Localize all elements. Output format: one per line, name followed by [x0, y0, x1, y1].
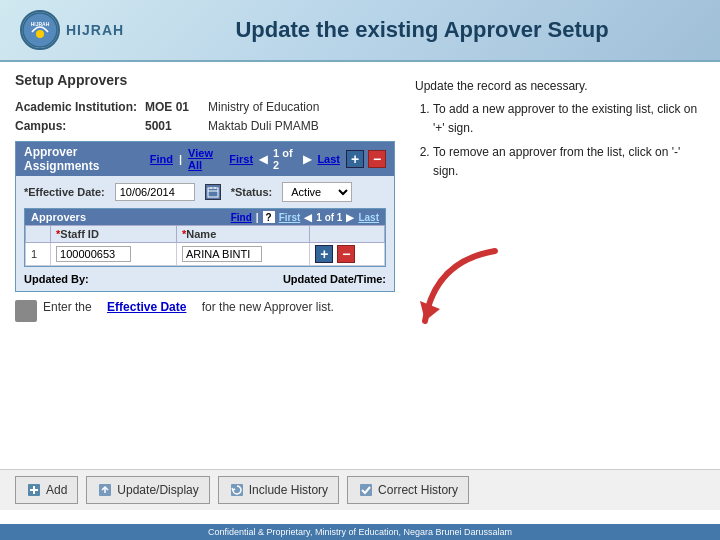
section-title: Setup Approvers — [15, 72, 395, 92]
correct-history-label: Correct History — [378, 483, 458, 497]
campus-desc: Maktab Duli PMAMB — [208, 119, 319, 133]
pagination-text: ◀ — [259, 153, 267, 166]
table-row: 1 + − — [26, 243, 385, 266]
svg-rect-14 — [360, 484, 372, 496]
view-all-link[interactable]: View All — [188, 147, 223, 171]
update-icon — [97, 482, 113, 498]
last-link[interactable]: Last — [317, 153, 340, 165]
top-action-btns: + − — [346, 150, 386, 168]
approvers-sub-title: Approvers — [31, 211, 86, 223]
top-add-btn[interactable]: + — [346, 150, 364, 168]
bottom-note-suffix: for the new Approver list. — [202, 300, 334, 314]
approvers-sub-header-right: Find | ? First ◀ 1 of 1 ▶ Last — [231, 211, 379, 223]
row-actions: + − — [310, 243, 385, 266]
approvers-prev: ◀ — [304, 212, 312, 223]
update-display-button[interactable]: Update/Display — [86, 476, 209, 504]
main-content: Setup Approvers Academic Institution: MO… — [0, 62, 720, 356]
status-select[interactable]: Active Inactive — [282, 182, 352, 202]
approvers-last[interactable]: Last — [358, 212, 379, 223]
row-remove-btn[interactable]: − — [337, 245, 355, 263]
assignments-inner: *Effective Date: *Status: Active Inactiv… — [16, 176, 394, 291]
find-link[interactable]: Find — [150, 153, 173, 165]
approvers-first-label[interactable]: First — [279, 212, 301, 223]
include-history-button[interactable]: Include History — [218, 476, 339, 504]
academic-institution-value: MOE 01 — [145, 100, 200, 114]
add-button[interactable]: Add — [15, 476, 78, 504]
updated-datetime-label: Updated Date/Time: — [283, 273, 386, 285]
effective-date-link[interactable]: Effective Date — [107, 300, 186, 314]
assignments-box: Approver Assignments Find | View All Fir… — [15, 141, 395, 292]
date-status-row: *Effective Date: *Status: Active Inactiv… — [24, 182, 386, 202]
updated-by-label: Updated By: — [24, 273, 89, 285]
effective-date-label: *Effective Date: — [24, 186, 105, 198]
add-label: Add — [46, 483, 67, 497]
logo-area: HIJRAH HIJRAH — [20, 10, 124, 50]
correct-icon — [358, 482, 374, 498]
top-remove-btn[interactable]: − — [368, 150, 386, 168]
row-num: 1 — [26, 243, 51, 266]
instruction-step-1: To add a new approver to the existing li… — [433, 100, 700, 138]
row-add-btn[interactable]: + — [315, 245, 333, 263]
approvers-next: ▶ — [346, 212, 354, 223]
assignments-header: Approver Assignments Find | View All Fir… — [16, 142, 394, 176]
assignments-header-right: Find | View All First ◀ 1 of 2 ▶ Last + … — [150, 147, 386, 171]
academic-institution-row: Academic Institution: MOE 01 Ministry of… — [15, 100, 395, 114]
correct-history-button[interactable]: Correct History — [347, 476, 469, 504]
arrow-container — [415, 241, 700, 341]
col-name: *Name — [177, 226, 310, 243]
updated-row: Updated By: Updated Date/Time: — [24, 273, 386, 285]
history-icon — [229, 482, 245, 498]
status-label: *Status: — [231, 186, 273, 198]
academic-institution-desc: Ministry of Education — [208, 100, 319, 114]
approvers-sub-header: Approvers Find | ? First ◀ 1 of 1 ▶ Last — [25, 209, 385, 225]
assignments-title: Approver Assignments — [24, 145, 150, 173]
first-link[interactable]: First — [229, 153, 253, 165]
bottom-instruction: Enter the Effective Date for the new App… — [15, 300, 395, 322]
campus-value: 5001 — [145, 119, 200, 133]
staff-id-input[interactable] — [56, 246, 131, 262]
add-icon — [26, 482, 42, 498]
instruction-box: Update the record as necessary. To add a… — [415, 77, 700, 181]
assignments-pagination: 1 of 2 — [273, 147, 297, 171]
instruction-list: To add a new approver to the existing li… — [415, 100, 700, 181]
svg-point-2 — [36, 30, 44, 38]
instruction-step-2: To remove an approver from the list, cli… — [433, 143, 700, 181]
page-title: Update the existing Approver Setup — [144, 17, 700, 43]
row-action-btns: + − — [315, 245, 379, 263]
svg-rect-3 — [208, 188, 218, 197]
separator1: | — [179, 153, 182, 165]
approvers-separator: | — [256, 212, 259, 223]
effective-date-input[interactable] — [115, 183, 195, 201]
approvers-sub-box: Approvers Find | ? First ◀ 1 of 1 ▶ Last — [24, 208, 386, 267]
logo-icon: HIJRAH — [20, 10, 60, 50]
update-display-label: Update/Display — [117, 483, 198, 497]
footer-text: Confidential & Proprietary, Ministry of … — [208, 527, 512, 537]
instruction-intro: Update the record as necessary. — [415, 77, 700, 96]
name-input[interactable] — [182, 246, 262, 262]
svg-text:HIJRAH: HIJRAH — [31, 21, 50, 27]
approvers-table: *Staff ID *Name 1 — [25, 225, 385, 266]
pagination-next: ▶ — [303, 153, 311, 166]
logo-text: HIJRAH — [66, 22, 124, 38]
name-cell — [177, 243, 310, 266]
col-staff-id: *Staff ID — [51, 226, 177, 243]
col-actions — [310, 226, 385, 243]
col-num — [26, 226, 51, 243]
calendar-icon[interactable] — [205, 184, 221, 200]
right-panel: Update the record as necessary. To add a… — [410, 72, 705, 346]
note-icon — [15, 300, 37, 322]
left-panel: Setup Approvers Academic Institution: MO… — [15, 72, 395, 346]
academic-institution-label: Academic Institution: — [15, 100, 145, 114]
bottom-bar: Add Update/Display Include History Corre… — [0, 469, 720, 510]
approvers-pagination: 1 of 1 — [316, 212, 342, 223]
footer: Confidential & Proprietary, Ministry of … — [0, 524, 720, 540]
campus-label: Campus: — [15, 119, 145, 133]
include-history-label: Include History — [249, 483, 328, 497]
campus-row: Campus: 5001 Maktab Duli PMAMB — [15, 119, 395, 133]
header: HIJRAH HIJRAH Update the existing Approv… — [0, 0, 720, 62]
approvers-find-link[interactable]: Find — [231, 212, 252, 223]
bottom-note-prefix: Enter the — [43, 300, 92, 314]
staff-id-cell — [51, 243, 177, 266]
approvers-info-icon[interactable]: ? — [263, 211, 275, 223]
annotation-arrow — [415, 241, 515, 341]
